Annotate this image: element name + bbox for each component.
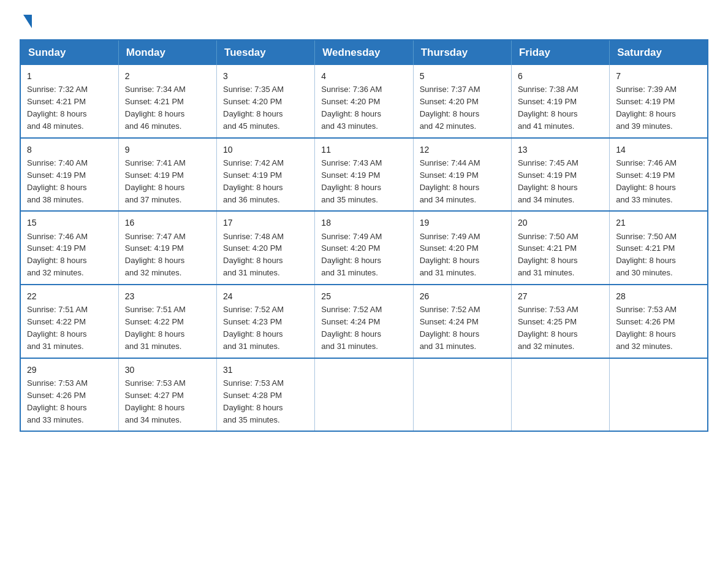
day-number: 13 bbox=[518, 144, 603, 156]
day-cell: 2 Sunrise: 7:34 AMSunset: 4:21 PMDayligh… bbox=[118, 65, 216, 138]
day-info: Sunrise: 7:34 AMSunset: 4:21 PMDaylight:… bbox=[125, 85, 186, 131]
day-number: 9 bbox=[125, 144, 210, 156]
week-row-4: 22 Sunrise: 7:51 AMSunset: 4:22 PMDaylig… bbox=[20, 285, 708, 358]
day-cell: 30 Sunrise: 7:53 AMSunset: 4:27 PMDaylig… bbox=[118, 358, 216, 432]
day-cell: 26 Sunrise: 7:52 AMSunset: 4:24 PMDaylig… bbox=[413, 285, 511, 358]
day-info: Sunrise: 7:38 AMSunset: 4:19 PMDaylight:… bbox=[518, 85, 578, 131]
week-row-3: 15 Sunrise: 7:46 AMSunset: 4:19 PMDaylig… bbox=[20, 211, 708, 285]
day-cell: 10 Sunrise: 7:42 AMSunset: 4:19 PMDaylig… bbox=[217, 138, 315, 212]
day-cell: 29 Sunrise: 7:53 AMSunset: 4:26 PMDaylig… bbox=[20, 358, 118, 432]
day-cell: 4 Sunrise: 7:36 AMSunset: 4:20 PMDayligh… bbox=[315, 65, 413, 138]
day-number: 27 bbox=[518, 290, 603, 302]
day-info: Sunrise: 7:36 AMSunset: 4:20 PMDaylight:… bbox=[321, 85, 382, 131]
day-number: 19 bbox=[420, 216, 505, 229]
day-number: 2 bbox=[125, 70, 210, 82]
column-header-tuesday: Tuesday bbox=[217, 40, 315, 65]
day-cell: 18 Sunrise: 7:49 AMSunset: 4:20 PMDaylig… bbox=[315, 211, 413, 285]
day-number: 17 bbox=[223, 216, 308, 229]
day-cell: 15 Sunrise: 7:46 AMSunset: 4:19 PMDaylig… bbox=[20, 211, 118, 285]
calendar-table: SundayMondayTuesdayWednesdayThursdayFrid… bbox=[20, 39, 708, 432]
day-number: 6 bbox=[518, 70, 603, 82]
day-info: Sunrise: 7:52 AMSunset: 4:23 PMDaylight:… bbox=[223, 305, 284, 351]
day-cell: 14 Sunrise: 7:46 AMSunset: 4:19 PMDaylig… bbox=[610, 138, 708, 212]
day-cell: 25 Sunrise: 7:52 AMSunset: 4:24 PMDaylig… bbox=[315, 285, 413, 358]
day-info: Sunrise: 7:40 AMSunset: 4:19 PMDaylight:… bbox=[27, 158, 88, 204]
day-number: 16 bbox=[125, 216, 210, 229]
day-number: 14 bbox=[616, 144, 701, 156]
day-info: Sunrise: 7:41 AMSunset: 4:19 PMDaylight:… bbox=[125, 158, 186, 204]
day-number: 11 bbox=[321, 144, 406, 156]
logo-triangle-icon bbox=[23, 15, 32, 28]
day-info: Sunrise: 7:48 AMSunset: 4:20 PMDaylight:… bbox=[223, 232, 284, 278]
day-cell: 28 Sunrise: 7:53 AMSunset: 4:26 PMDaylig… bbox=[610, 285, 708, 358]
day-cell bbox=[413, 358, 511, 432]
day-number: 26 bbox=[420, 290, 505, 302]
day-cell: 27 Sunrise: 7:53 AMSunset: 4:25 PMDaylig… bbox=[511, 285, 609, 358]
day-cell: 22 Sunrise: 7:51 AMSunset: 4:22 PMDaylig… bbox=[20, 285, 118, 358]
day-cell bbox=[511, 358, 609, 432]
day-info: Sunrise: 7:51 AMSunset: 4:22 PMDaylight:… bbox=[125, 305, 186, 351]
day-cell: 21 Sunrise: 7:50 AMSunset: 4:21 PMDaylig… bbox=[610, 211, 708, 285]
day-number: 20 bbox=[518, 216, 603, 229]
day-cell: 24 Sunrise: 7:52 AMSunset: 4:23 PMDaylig… bbox=[217, 285, 315, 358]
day-cell: 20 Sunrise: 7:50 AMSunset: 4:21 PMDaylig… bbox=[511, 211, 609, 285]
day-info: Sunrise: 7:51 AMSunset: 4:22 PMDaylight:… bbox=[27, 305, 88, 351]
day-cell bbox=[315, 358, 413, 432]
day-info: Sunrise: 7:52 AMSunset: 4:24 PMDaylight:… bbox=[420, 305, 480, 351]
day-number: 4 bbox=[321, 70, 406, 82]
day-number: 22 bbox=[27, 290, 112, 302]
day-info: Sunrise: 7:47 AMSunset: 4:19 PMDaylight:… bbox=[125, 232, 186, 278]
day-cell: 7 Sunrise: 7:39 AMSunset: 4:19 PMDayligh… bbox=[610, 65, 708, 138]
day-info: Sunrise: 7:52 AMSunset: 4:24 PMDaylight:… bbox=[321, 305, 382, 351]
day-info: Sunrise: 7:49 AMSunset: 4:20 PMDaylight:… bbox=[321, 232, 382, 278]
day-info: Sunrise: 7:44 AMSunset: 4:19 PMDaylight:… bbox=[420, 158, 480, 204]
day-cell: 11 Sunrise: 7:43 AMSunset: 4:19 PMDaylig… bbox=[315, 138, 413, 212]
day-number: 28 bbox=[616, 290, 701, 302]
logo-blue-row bbox=[20, 15, 32, 29]
day-number: 7 bbox=[616, 70, 701, 82]
day-cell: 17 Sunrise: 7:48 AMSunset: 4:20 PMDaylig… bbox=[217, 211, 315, 285]
day-cell: 19 Sunrise: 7:49 AMSunset: 4:20 PMDaylig… bbox=[413, 211, 511, 285]
day-number: 29 bbox=[27, 364, 112, 376]
day-cell: 1 Sunrise: 7:32 AMSunset: 4:21 PMDayligh… bbox=[20, 65, 118, 138]
day-number: 25 bbox=[321, 290, 406, 302]
day-info: Sunrise: 7:37 AMSunset: 4:20 PMDaylight:… bbox=[420, 85, 480, 131]
day-cell: 31 Sunrise: 7:53 AMSunset: 4:28 PMDaylig… bbox=[217, 358, 315, 432]
day-info: Sunrise: 7:42 AMSunset: 4:19 PMDaylight:… bbox=[223, 158, 284, 204]
day-number: 18 bbox=[321, 216, 406, 229]
day-number: 30 bbox=[125, 364, 210, 376]
day-number: 24 bbox=[223, 290, 308, 302]
day-number: 21 bbox=[616, 216, 701, 229]
day-number: 12 bbox=[420, 144, 505, 156]
day-info: Sunrise: 7:46 AMSunset: 4:19 PMDaylight:… bbox=[616, 158, 677, 204]
day-number: 15 bbox=[27, 216, 112, 229]
week-row-5: 29 Sunrise: 7:53 AMSunset: 4:26 PMDaylig… bbox=[20, 358, 708, 432]
day-number: 5 bbox=[420, 70, 505, 82]
day-cell: 13 Sunrise: 7:45 AMSunset: 4:19 PMDaylig… bbox=[511, 138, 609, 212]
day-number: 8 bbox=[27, 144, 112, 156]
page-header bbox=[20, 15, 708, 29]
week-row-2: 8 Sunrise: 7:40 AMSunset: 4:19 PMDayligh… bbox=[20, 138, 708, 212]
day-number: 3 bbox=[223, 70, 308, 82]
column-header-saturday: Saturday bbox=[610, 40, 708, 65]
day-info: Sunrise: 7:50 AMSunset: 4:21 PMDaylight:… bbox=[616, 232, 677, 278]
day-cell: 3 Sunrise: 7:35 AMSunset: 4:20 PMDayligh… bbox=[217, 65, 315, 138]
day-number: 10 bbox=[223, 144, 308, 156]
day-number: 23 bbox=[125, 290, 210, 302]
day-cell: 5 Sunrise: 7:37 AMSunset: 4:20 PMDayligh… bbox=[413, 65, 511, 138]
column-header-sunday: Sunday bbox=[20, 40, 118, 65]
day-info: Sunrise: 7:53 AMSunset: 4:26 PMDaylight:… bbox=[616, 305, 677, 351]
day-cell: 8 Sunrise: 7:40 AMSunset: 4:19 PMDayligh… bbox=[20, 138, 118, 212]
calendar-header-row: SundayMondayTuesdayWednesdayThursdayFrid… bbox=[20, 40, 708, 65]
day-cell: 12 Sunrise: 7:44 AMSunset: 4:19 PMDaylig… bbox=[413, 138, 511, 212]
day-info: Sunrise: 7:32 AMSunset: 4:21 PMDaylight:… bbox=[27, 85, 88, 131]
day-info: Sunrise: 7:43 AMSunset: 4:19 PMDaylight:… bbox=[321, 158, 382, 204]
day-info: Sunrise: 7:39 AMSunset: 4:19 PMDaylight:… bbox=[616, 85, 677, 131]
day-info: Sunrise: 7:46 AMSunset: 4:19 PMDaylight:… bbox=[27, 232, 88, 278]
day-cell: 6 Sunrise: 7:38 AMSunset: 4:19 PMDayligh… bbox=[511, 65, 609, 138]
day-info: Sunrise: 7:50 AMSunset: 4:21 PMDaylight:… bbox=[518, 232, 578, 278]
column-header-thursday: Thursday bbox=[413, 40, 511, 65]
column-header-wednesday: Wednesday bbox=[315, 40, 413, 65]
day-cell bbox=[610, 358, 708, 432]
day-info: Sunrise: 7:53 AMSunset: 4:25 PMDaylight:… bbox=[518, 305, 578, 351]
